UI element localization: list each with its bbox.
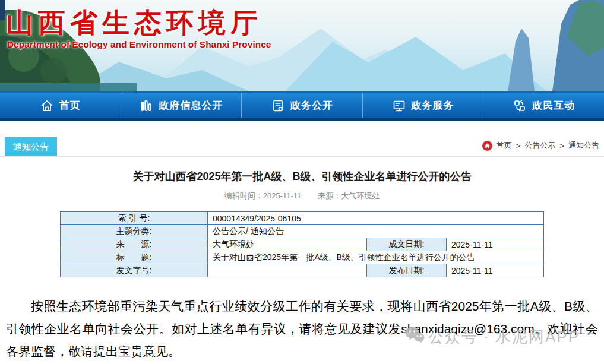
nav-item-gov-affairs[interactable]: 政务公开 [242,93,363,118]
breadcrumb-home-icon[interactable] [482,141,492,151]
index-number-value: 000014349/2025-06105 [208,212,544,225]
table-row-source: 来 源: 大气环境处 成文日期: 2025-11-11 [61,238,544,251]
index-number-label: 索 引 号: [61,212,208,225]
nav-item-label: 首页 [59,99,81,112]
table-row-category: 主题分类: 公告公示/ 通知公告 [61,225,544,238]
category-label: 主题分类: [61,225,208,238]
section-bar: 通知公告 首页 > 公告公示 > 通知公告 [0,137,604,157]
monitor-icon [392,99,406,113]
doc-source-label: 来 源: [61,238,208,251]
doc-title-label: 标 题: [61,251,208,264]
article-body: 按照生态环境部重污染天气重点行业绩效分级工作的有关要求，现将山西省2025年第一… [6,295,598,363]
nav-item-gov-services[interactable]: 政务服务 [363,93,484,118]
breadcrumb: 首页 > 公告公示 > 通知公告 [482,140,599,156]
main-nav: 首页 政府信息公开 政务公开 [0,91,604,121]
breadcrumb-level1[interactable]: 公告公示 [524,140,555,151]
publish-date-label: 发布日期: [367,264,447,277]
article-title: 关于对山西省2025年第一批A级、B级、引领性企业名单进行公开的公告 [0,169,604,183]
table-row-index: 索 引 号: 000014349/2025-06105 [61,212,544,225]
article-meta: 编辑时间：2025-11-11来源：大气环境处 [0,191,604,201]
site-title: 山西省生态环境厅 [6,5,263,42]
site-subtitle: Department of Ecology and Environment of… [7,39,271,50]
issue-date-label: 成文日期: [367,238,447,251]
nav-item-interaction[interactable]: 政民互动 [483,93,604,118]
breadcrumb-level2[interactable]: 通知公告 [568,140,599,151]
edit-time-value: 2025-11-11 [263,191,302,200]
nav-item-label: 政府信息公开 [159,99,223,112]
table-row-title: 标 题: 关于对山西省2025年第一批A级、B级、引领性企业名单进行公开的公告 [61,251,544,264]
home-icon [40,99,54,113]
tab-notice-announcements[interactable]: 通知公告 [5,137,57,156]
document-icon [271,99,285,113]
issue-date-value: 2025-11-11 [447,238,544,251]
document-info-table: 索 引 号: 000014349/2025-06105 主题分类: 公告公示/ … [60,211,544,277]
nav-item-home[interactable]: 首页 [0,93,121,118]
edit-time-label: 编辑时间： [224,191,263,200]
bar-chart-icon [139,99,153,113]
doc-title-value: 关于对山西省2025年第一批A级、B级、引领性企业名单进行公开的公告 [208,251,544,264]
source-label: 来源： [318,191,341,200]
publish-date-value: 2025-11-11 [447,264,544,277]
breadcrumb-home[interactable]: 首页 [497,140,512,151]
nav-item-label: 政民互动 [532,99,575,112]
site-banner: 山西省生态环境厅 Department of Ecology and Envir… [0,0,604,91]
nav-item-gov-info[interactable]: 政府信息公开 [121,93,242,118]
table-row-doc-number: 发文字号: 发布日期: 2025-11-11 [61,264,544,277]
category-value: 公告公示/ 通知公告 [208,225,544,238]
doc-number-value [208,264,367,277]
doc-number-label: 发文字号: [61,264,208,277]
page: 山西省生态环境厅 Department of Ecology and Envir… [0,0,604,364]
breadcrumb-separator: > [559,141,564,150]
source-value: 大气环境处 [341,191,380,200]
interaction-icon [513,99,527,113]
nav-item-label: 政务服务 [412,99,454,112]
nav-item-label: 政务公开 [290,99,333,112]
doc-source-value: 大气环境处 [208,238,367,251]
breadcrumb-separator: > [516,141,521,150]
